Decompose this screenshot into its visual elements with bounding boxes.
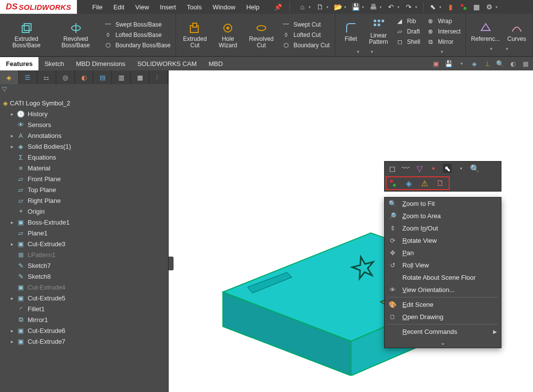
expand-icon[interactable]: ▸: [10, 328, 14, 333]
tree-item[interactable]: ⊞LPattern1: [3, 249, 168, 260]
expand-icon[interactable]: ▸: [10, 295, 14, 301]
menu-tools[interactable]: Tools: [181, 3, 207, 11]
dropdown-icon[interactable]: ▾ ▾: [468, 44, 531, 51]
tree-item[interactable]: ▸▣Boss-Extrude1: [3, 217, 168, 228]
expand-menu-icon[interactable]: ⌄: [385, 338, 501, 348]
dropdown-icon[interactable]: ▾: [496, 5, 497, 9]
extruded-boss-button[interactable]: Extruded Boss/Base: [2, 19, 51, 51]
tree-item[interactable]: ▸🕓History: [3, 108, 168, 119]
tree-item[interactable]: ✎Sketch7: [3, 260, 168, 271]
tab-features[interactable]: Features: [0, 57, 38, 70]
dimxpert-tab[interactable]: ◎: [56, 70, 75, 84]
dropdown-icon[interactable]: ▾: [326, 5, 328, 9]
menu-edit[interactable]: Edit: [108, 3, 130, 11]
dropdown-icon[interactable]: ▾: [457, 59, 466, 68]
context-menu-item[interactable]: ✥Pan: [385, 247, 501, 259]
tree-item[interactable]: ▸AAnnotations: [3, 130, 168, 141]
traffic-icon[interactable]: [389, 179, 397, 188]
warning-icon[interactable]: ⚠: [420, 179, 429, 188]
tree-item[interactable]: ▸▣Cut-Extrude5: [3, 293, 168, 303]
zoom-icon[interactable]: 🔍: [470, 164, 479, 173]
dropdown-icon[interactable]: ▾: [309, 5, 311, 9]
tree-item[interactable]: ▱Plane1: [3, 228, 168, 238]
tree-item[interactable]: ▸▣Cut-Extrude7: [3, 336, 168, 347]
zoom-icon[interactable]: 🔍: [496, 59, 504, 68]
tab-mbd[interactable]: MBD: [203, 57, 229, 70]
display-tab[interactable]: ◐: [75, 70, 94, 84]
tree-item[interactable]: ▸◈Solid Bodies(1): [3, 141, 168, 152]
expand-icon[interactable]: ▸: [10, 111, 14, 117]
section-icon[interactable]: ◐: [508, 59, 517, 68]
menu-insert[interactable]: Insert: [154, 3, 181, 11]
pin-icon[interactable]: 📌: [269, 3, 287, 11]
extruded-cut-button[interactable]: Extruded Cut: [178, 19, 212, 51]
context-menu-item[interactable]: ↺Roll View: [385, 259, 501, 271]
reference-geometry-button[interactable]: Referenc...: [468, 19, 503, 44]
cube-icon[interactable]: ◈: [470, 59, 479, 68]
tree-item[interactable]: ◜Fillet1: [3, 303, 168, 314]
revolved-boss-button[interactable]: Revolved Boss/Base: [51, 19, 101, 51]
context-menu-item[interactable]: 🔍Zoom to Fit: [385, 197, 501, 210]
color-icon[interactable]: ▪: [429, 164, 438, 173]
linear-pattern-button[interactable]: Linear Pattern: [365, 16, 392, 47]
swept-boss-button[interactable]: 〰Swept Boss/Base: [104, 20, 171, 29]
tree-item[interactable]: ⧉Mirror1: [3, 314, 168, 325]
dropdown-icon[interactable]: ▾: [380, 5, 382, 9]
revolved-cut-button[interactable]: Revolved Cut: [244, 19, 279, 51]
dropdown-icon[interactable]: ▾: [415, 5, 417, 9]
new-icon[interactable]: 🗋: [315, 1, 325, 12]
tab-sketch[interactable]: Sketch: [38, 57, 70, 70]
print-icon[interactable]: 🖶: [368, 1, 379, 12]
options-icon[interactable]: ▦: [471, 1, 482, 12]
tree-item[interactable]: ▱Front Plane: [3, 173, 168, 184]
filter-icon[interactable]: ▽: [2, 85, 10, 93]
save-icon[interactable]: 💾: [350, 1, 361, 12]
context-menu-item[interactable]: 👁View Orientation...: [385, 284, 501, 296]
feature-tree-tab[interactable]: ◈: [0, 70, 19, 84]
hole-wizard-button[interactable]: Hole Wizard: [212, 19, 244, 51]
tab-solidworks-cam[interactable]: SOLIDWORKS CAM: [131, 57, 203, 70]
mirror-button[interactable]: ⧉Mirror: [426, 37, 461, 46]
dropdown-icon[interactable]: ▾: [344, 5, 346, 9]
axis-icon[interactable]: ⊥: [483, 59, 492, 68]
dropdown-icon[interactable]: ▾: [439, 5, 441, 9]
zoom-fit-icon[interactable]: ▣: [431, 59, 440, 68]
rib-button[interactable]: ◢Rib: [395, 17, 421, 26]
context-menu-item[interactable]: 🎨Edit Scene: [385, 298, 501, 311]
wrap-button[interactable]: ⊕Wrap: [426, 17, 461, 26]
menu-help[interactable]: Help: [241, 3, 265, 11]
cam-tool-tab[interactable]: ▦: [131, 70, 149, 84]
context-menu-item[interactable]: Rotate About Scene Floor: [385, 271, 501, 284]
document-icon[interactable]: 🗋: [436, 179, 445, 188]
panel-grab-handle[interactable]: [169, 257, 174, 270]
boundary-boss-button[interactable]: ⬡Boundary Boss/Base: [104, 41, 171, 50]
traffic-icon[interactable]: ▮: [445, 1, 456, 12]
expand-icon[interactable]: ▸: [10, 133, 14, 138]
dropdown-icon[interactable]: ▾ ▾ ▾: [337, 47, 464, 54]
filter-icon[interactable]: ▽: [415, 164, 424, 173]
tree-item[interactable]: ✎Sketch8: [3, 271, 168, 282]
expand-icon[interactable]: ▸: [10, 220, 14, 225]
boundary-cut-button[interactable]: ⬡Boundary Cut: [282, 41, 329, 50]
traffic-icon-2[interactable]: [458, 1, 469, 12]
shell-button[interactable]: ◻Shell: [395, 37, 421, 46]
tree-item[interactable]: ▸▣Cut-Extrude3: [3, 238, 168, 249]
tree-item[interactable]: 👁Sensors: [3, 119, 168, 130]
menu-file[interactable]: File: [87, 3, 108, 11]
tree-item[interactable]: ▱Top Plane: [3, 184, 168, 195]
draft-button[interactable]: ▱Draft: [395, 27, 421, 36]
tree-item[interactable]: ΣEquations: [3, 152, 168, 163]
context-menu-item[interactable]: ⟳Rotate View: [385, 234, 501, 247]
select-box-icon[interactable]: ◻: [388, 164, 396, 173]
display-icon[interactable]: ▦: [521, 59, 530, 68]
expand-icon[interactable]: ▸: [10, 241, 14, 247]
home-icon[interactable]: ⌂: [297, 1, 308, 12]
expand-icon[interactable]: 〉: [149, 70, 168, 84]
tree-root[interactable]: ◈ CATI Logo Symbol_2: [3, 98, 168, 108]
graphics-viewport[interactable]: CAM ◻ 〰 ▽ ▪ ⬉ ▾ 🔍 ◈ ⚠ 🗋: [169, 70, 533, 392]
tree-item[interactable]: ≡Material: [3, 163, 168, 173]
open-icon[interactable]: 📂: [332, 1, 343, 12]
property-tab[interactable]: ☰: [19, 70, 37, 84]
cam-op-tab[interactable]: ▥: [112, 70, 131, 84]
intersect-button[interactable]: ⊗Intersect: [426, 27, 461, 36]
